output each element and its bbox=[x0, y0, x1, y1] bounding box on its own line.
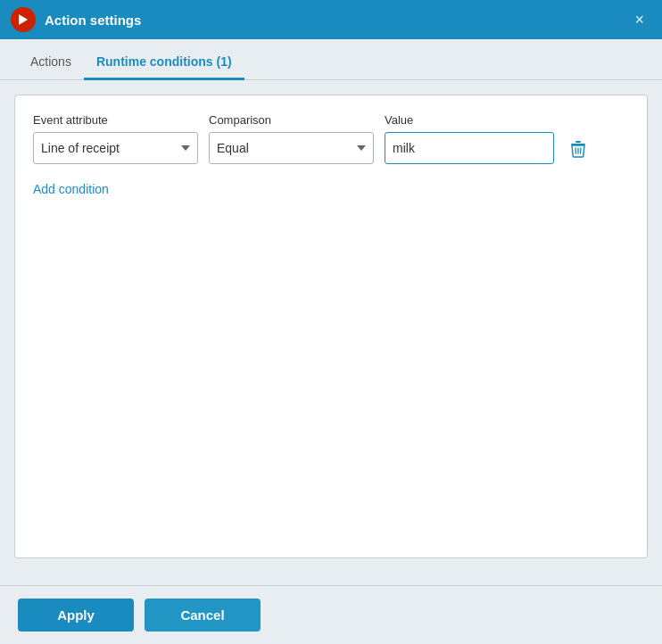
event-attribute-select[interactable]: Line of receipt Amount Quantity Product bbox=[33, 132, 198, 164]
event-attribute-label: Event attribute bbox=[33, 113, 198, 127]
svg-marker-0 bbox=[19, 14, 28, 25]
close-button[interactable]: × bbox=[627, 8, 651, 31]
tab-actions[interactable]: Actions bbox=[18, 45, 84, 80]
value-group: Value bbox=[385, 113, 554, 164]
svg-line-3 bbox=[575, 148, 576, 153]
comparison-group: Comparison Equal Not equal Contains Grea… bbox=[209, 113, 374, 164]
main-content: Event attribute Line of receipt Amount Q… bbox=[0, 80, 662, 585]
dialog-title: Action settings bbox=[45, 12, 627, 28]
delete-condition-button[interactable] bbox=[565, 135, 592, 163]
title-bar: Action settings × bbox=[0, 0, 662, 39]
svg-rect-2 bbox=[575, 141, 581, 143]
add-condition-link[interactable]: Add condition bbox=[33, 182, 109, 196]
trash-icon bbox=[570, 140, 586, 158]
svg-line-4 bbox=[581, 148, 582, 153]
cancel-button[interactable]: Cancel bbox=[145, 599, 261, 632]
footer: Apply Cancel bbox=[0, 585, 662, 644]
event-attribute-group: Event attribute Line of receipt Amount Q… bbox=[33, 113, 198, 164]
comparison-select[interactable]: Equal Not equal Contains Greater than Le… bbox=[209, 132, 374, 164]
apply-button[interactable]: Apply bbox=[18, 599, 134, 632]
value-label: Value bbox=[385, 113, 554, 127]
action-settings-dialog: Action settings × Actions Runtime condit… bbox=[0, 0, 662, 644]
value-input[interactable] bbox=[385, 132, 554, 164]
tab-bar: Actions Runtime conditions (1) bbox=[0, 39, 662, 80]
condition-row: Event attribute Line of receipt Amount Q… bbox=[33, 113, 629, 164]
app-logo bbox=[11, 7, 36, 32]
comparison-label: Comparison bbox=[209, 113, 374, 127]
tab-runtime-conditions[interactable]: Runtime conditions (1) bbox=[84, 45, 244, 80]
conditions-panel: Event attribute Line of receipt Amount Q… bbox=[14, 95, 648, 558]
